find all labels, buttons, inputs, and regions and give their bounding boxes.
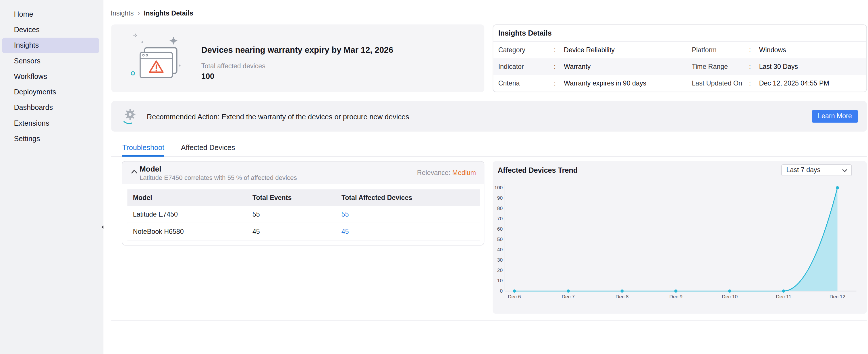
relevance-badge: Relevance: Medium <box>417 169 476 177</box>
svg-text:Dec 11: Dec 11 <box>776 294 791 299</box>
time-range-value: Last 7 days <box>786 166 820 174</box>
affected-devices-link[interactable]: 45 <box>336 228 480 236</box>
breadcrumb-current: Insights Details <box>144 9 193 17</box>
svg-text:Dec 12: Dec 12 <box>830 294 845 299</box>
sidebar-item-workflows[interactable]: Workflows <box>0 69 103 84</box>
chevron-up-icon[interactable] <box>131 169 138 174</box>
insights-details-title: Insights Details <box>493 25 866 42</box>
sidebar-item-extensions[interactable]: Extensions <box>0 116 103 131</box>
chevron-down-icon <box>842 169 847 173</box>
detail-label: Category <box>498 46 554 54</box>
details-row: Category : Device Reliability Platform :… <box>493 42 866 58</box>
svg-text:0: 0 <box>500 288 503 294</box>
svg-text:30: 30 <box>497 257 503 263</box>
svg-text:20: 20 <box>497 268 503 273</box>
detail-label: Criteria <box>498 79 554 87</box>
events-table: Model Total Events Total Affected Device… <box>127 189 480 240</box>
troubleshoot-model-card: Model Latitude E7450 correlates with 55 … <box>122 161 484 245</box>
detail-label: Platform <box>692 46 749 54</box>
svg-text:Dec 6: Dec 6 <box>508 294 521 299</box>
trend-title: Affected Devices Trend <box>498 166 578 174</box>
table-row: NoteBook H6580 45 45 <box>127 223 480 240</box>
svg-text:Dec 10: Dec 10 <box>722 294 738 299</box>
troubleshoot-group-header: Model Latitude E7450 correlates with 55 … <box>122 162 484 184</box>
group-title: Model <box>140 165 161 173</box>
insight-summary-card: Devices nearing warranty expiry by Mar 1… <box>111 24 484 92</box>
model-cell: Latitude E7450 <box>127 211 247 218</box>
table-row: Latitude E7450 55 55 <box>127 206 480 223</box>
main-content: Insights › Insights Details Devices <box>103 0 868 354</box>
column-header-total-affected-devices: Total Affected Devices <box>336 194 480 202</box>
detail-value: Warranty expires in 90 days <box>564 79 692 87</box>
time-range-dropdown[interactable]: Last 7 days <box>781 164 852 176</box>
svg-text:Dec 9: Dec 9 <box>669 294 682 299</box>
svg-text:90: 90 <box>497 195 503 201</box>
tab-affected-devices[interactable]: Affected Devices <box>181 140 235 156</box>
sidebar-item-home[interactable]: Home <box>0 7 103 22</box>
svg-text:50: 50 <box>497 236 503 242</box>
svg-text:70: 70 <box>497 216 503 221</box>
detail-label: Indicator <box>498 63 554 71</box>
total-affected-value: 100 <box>202 72 214 81</box>
total-events-cell: 45 <box>247 228 336 236</box>
tab-troubleshoot[interactable]: Troubleshoot <box>122 140 164 156</box>
svg-text:80: 80 <box>497 205 503 211</box>
svg-text:Dec 7: Dec 7 <box>562 294 575 299</box>
recommended-action-bar: Recommended Action: Extend the warranty … <box>111 101 867 131</box>
details-row: Criteria : Warranty expires in 90 days L… <box>493 75 866 92</box>
detail-value: Warranty <box>564 63 692 71</box>
insight-title: Devices nearing warranty expiry by Mar 1… <box>202 45 393 55</box>
total-affected-label: Total affected devices <box>202 62 266 70</box>
svg-text:100: 100 <box>494 185 503 190</box>
sidebar-item-devices[interactable]: Devices <box>0 22 103 38</box>
svg-text:10: 10 <box>497 278 503 283</box>
detail-value: Device Reliability <box>564 46 692 54</box>
app-window: Home Devices Insights Sensors Workflows … <box>0 0 868 354</box>
relevance-value: Medium <box>453 169 476 177</box>
svg-text:40: 40 <box>497 247 503 252</box>
trend-chart: 0102030405060708090100Dec 6Dec 7Dec 8Dec… <box>494 180 863 305</box>
model-cell: NoteBook H6580 <box>127 228 247 236</box>
tab-bar: Troubleshoot Affected Devices <box>111 140 867 156</box>
svg-text:Dec 8: Dec 8 <box>616 294 628 299</box>
colon: : <box>554 63 564 71</box>
affected-devices-link[interactable]: 55 <box>336 211 480 218</box>
warranty-expiry-illustration-icon <box>126 31 187 85</box>
column-header-model: Model <box>127 194 247 202</box>
sidebar-item-dashboards[interactable]: Dashboards <box>0 100 103 115</box>
sidebar-item-settings[interactable]: Settings <box>0 131 103 147</box>
details-row: Indicator : Warranty Time Range : Last 3… <box>493 58 866 75</box>
breadcrumb-link-insights[interactable]: Insights <box>111 9 133 17</box>
breadcrumb: Insights › Insights Details <box>111 9 193 17</box>
content-divider <box>111 320 867 321</box>
group-subtitle: Latitude E7450 correlates with 55 % of a… <box>140 174 297 181</box>
svg-text:60: 60 <box>497 226 503 232</box>
column-header-total-events: Total Events <box>247 194 336 202</box>
total-events-cell: 55 <box>247 211 336 218</box>
affected-devices-trend-panel: Affected Devices Trend Last 7 days 01020… <box>493 161 867 314</box>
insights-details-card: Insights Details Category : Device Relia… <box>493 24 867 92</box>
colon: : <box>749 63 759 71</box>
relevance-label: Relevance: <box>417 169 451 177</box>
sidebar-nav: Home Devices Insights Sensors Workflows … <box>0 0 103 147</box>
detail-label: Time Range <box>692 63 749 71</box>
detail-value: Windows <box>759 46 867 54</box>
gear-hand-icon <box>121 107 139 125</box>
recommended-action-text: Recommended Action: Extend the warranty … <box>147 113 409 121</box>
sidebar-item-sensors[interactable]: Sensors <box>0 54 103 69</box>
sidebar-item-insights[interactable]: Insights <box>2 38 99 54</box>
trend-chart-svg: 0102030405060708090100Dec 6Dec 7Dec 8Dec… <box>494 180 863 305</box>
detail-label: Last Updated On <box>692 79 749 87</box>
colon: : <box>749 79 759 87</box>
learn-more-button[interactable]: Learn More <box>812 110 858 123</box>
breadcrumb-chevron-icon: › <box>137 10 140 16</box>
detail-value: Dec 12, 2025 04:55 PM <box>759 79 867 87</box>
sidebar: Home Devices Insights Sensors Workflows … <box>0 0 103 354</box>
table-header-row: Model Total Events Total Affected Device… <box>127 189 480 206</box>
detail-value: Last 30 Days <box>759 63 867 71</box>
colon: : <box>554 46 564 54</box>
sidebar-item-deployments[interactable]: Deployments <box>0 84 103 100</box>
colon: : <box>554 79 564 87</box>
colon: : <box>749 46 759 54</box>
